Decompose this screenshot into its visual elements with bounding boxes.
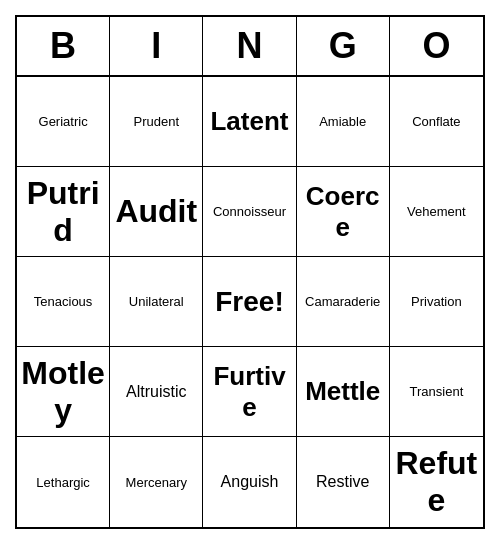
bingo-grid: GeriatricPrudentLatentAmiableConflatePut… — [17, 77, 483, 527]
bingo-cell: Tenacious — [17, 257, 110, 347]
bingo-header: BINGO — [17, 17, 483, 77]
bingo-cell: Amiable — [297, 77, 390, 167]
bingo-cell: Camaraderie — [297, 257, 390, 347]
bingo-cell: Anguish — [203, 437, 296, 527]
bingo-cell: Transient — [390, 347, 483, 437]
header-letter: G — [297, 17, 390, 75]
bingo-cell: Mettle — [297, 347, 390, 437]
bingo-cell: Geriatric — [17, 77, 110, 167]
bingo-cell: Altruistic — [110, 347, 203, 437]
bingo-cell: Restive — [297, 437, 390, 527]
bingo-cell: Coerce — [297, 167, 390, 257]
header-letter: O — [390, 17, 483, 75]
bingo-cell: Privation — [390, 257, 483, 347]
bingo-cell: Vehement — [390, 167, 483, 257]
header-letter: B — [17, 17, 110, 75]
bingo-cell: Latent — [203, 77, 296, 167]
bingo-cell: Lethargic — [17, 437, 110, 527]
bingo-cell: Putrid — [17, 167, 110, 257]
bingo-cell: Refute — [390, 437, 483, 527]
bingo-cell: Audit — [110, 167, 203, 257]
bingo-cell: Conflate — [390, 77, 483, 167]
bingo-cell: Unilateral — [110, 257, 203, 347]
bingo-card: BINGO GeriatricPrudentLatentAmiableConfl… — [15, 15, 485, 529]
bingo-cell: Motley — [17, 347, 110, 437]
header-letter: N — [203, 17, 296, 75]
bingo-cell: Connoisseur — [203, 167, 296, 257]
bingo-cell: Prudent — [110, 77, 203, 167]
bingo-cell: Free! — [203, 257, 296, 347]
bingo-cell: Mercenary — [110, 437, 203, 527]
header-letter: I — [110, 17, 203, 75]
bingo-cell: Furtive — [203, 347, 296, 437]
